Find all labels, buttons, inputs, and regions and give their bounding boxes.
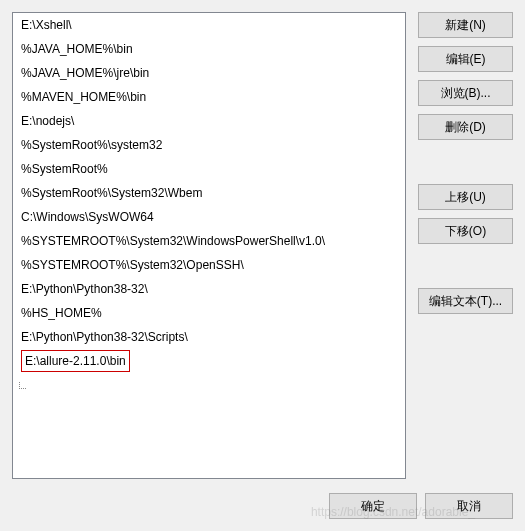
dialog-footer: 确定 取消 [12,479,513,519]
list-item[interactable]: E:\nodejs\ [13,109,405,133]
main-area: E:\Xshell\%JAVA_HOME%\bin%JAVA_HOME%\jre… [12,12,513,479]
list-item[interactable]: %SystemRoot%\system32 [13,133,405,157]
list-item[interactable]: %MAVEN_HOME%\bin [13,85,405,109]
button-column: 新建(N) 编辑(E) 浏览(B)... 删除(D) 上移(U) 下移(O) 编… [418,12,513,479]
ok-button[interactable]: 确定 [329,493,417,519]
list-item[interactable]: %HS_HOME% [13,301,405,325]
browse-button[interactable]: 浏览(B)... [418,80,513,106]
list-item[interactable]: %SYSTEMROOT%\System32\WindowsPowerShell\… [13,229,405,253]
list-item[interactable]: E:\Python\Python38-32\ [13,277,405,301]
path-listbox[interactable]: E:\Xshell\%JAVA_HOME%\bin%JAVA_HOME%\jre… [12,12,406,479]
env-path-editor-dialog: E:\Xshell\%JAVA_HOME%\bin%JAVA_HOME%\jre… [0,0,525,531]
new-button[interactable]: 新建(N) [418,12,513,38]
list-item[interactable]: E:\allure-2.11.0\bin [13,349,405,376]
new-entry-placeholder[interactable] [13,376,405,394]
list-item[interactable]: %SystemRoot%\System32\Wbem [13,181,405,205]
list-item[interactable]: %SYSTEMROOT%\System32\OpenSSH\ [13,253,405,277]
list-item[interactable]: C:\Windows\SysWOW64 [13,205,405,229]
list-item[interactable]: %JAVA_HOME%\jre\bin [13,61,405,85]
move-down-button[interactable]: 下移(O) [418,218,513,244]
edit-text-button[interactable]: 编辑文本(T)... [418,288,513,314]
delete-button[interactable]: 删除(D) [418,114,513,140]
list-item[interactable]: %SystemRoot% [13,157,405,181]
list-item[interactable]: %JAVA_HOME%\bin [13,37,405,61]
cancel-button[interactable]: 取消 [425,493,513,519]
move-up-button[interactable]: 上移(U) [418,184,513,210]
edit-button[interactable]: 编辑(E) [418,46,513,72]
list-item[interactable]: E:\Xshell\ [13,13,405,37]
list-item-label: E:\allure-2.11.0\bin [21,350,130,372]
list-item[interactable]: E:\Python\Python38-32\Scripts\ [13,325,405,349]
